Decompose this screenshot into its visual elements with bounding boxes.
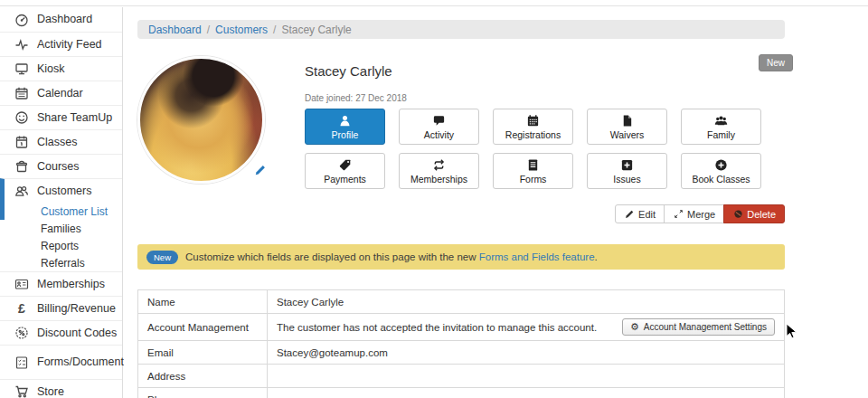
tab-label: Forms xyxy=(520,174,547,185)
sidebar-item-classes[interactable]: Classes xyxy=(0,129,122,154)
sidebar-item-dashboard[interactable]: Dashboard xyxy=(0,7,122,32)
class-calendar-icon xyxy=(14,135,29,149)
document-icon xyxy=(620,114,634,128)
calendar-icon xyxy=(14,86,29,100)
tab-label: Waivers xyxy=(610,129,645,140)
tab-memberships[interactable]: Memberships xyxy=(399,153,479,189)
row-value: The customer has not accepted the invita… xyxy=(268,314,785,341)
calendar-icon xyxy=(526,114,540,128)
account-management-text: The customer has not accepted the invita… xyxy=(277,322,597,333)
tab-activity[interactable]: Activity xyxy=(399,109,479,145)
checklist-icon xyxy=(14,355,29,370)
edit-button[interactable]: Edit xyxy=(615,204,665,223)
edit-photo-pencil-icon[interactable] xyxy=(254,164,267,176)
tab-family[interactable]: Family xyxy=(681,109,761,145)
pound-icon: £ xyxy=(14,301,29,316)
group-icon xyxy=(714,114,728,128)
sidebar-item-share-teamup[interactable]: Share TeamUp xyxy=(0,105,122,129)
sidebar-item-label: Share TeamUp xyxy=(37,111,112,124)
merge-button[interactable]: Merge xyxy=(664,204,724,223)
breadcrumb-separator: / xyxy=(273,24,276,36)
breadcrumb-current: Stacey Carlyle xyxy=(281,24,351,36)
sidebar-item-label: Billing/Revenue xyxy=(37,302,116,315)
sidebar-item-activity-feed[interactable]: Activity Feed xyxy=(0,32,122,56)
breadcrumb-link-dashboard[interactable]: Dashboard xyxy=(148,24,202,36)
sidebar-subitem-reports[interactable]: Reports xyxy=(0,237,122,254)
row-label: Phone xyxy=(138,388,268,398)
sidebar-item-label: Activity Feed xyxy=(37,38,102,51)
sidebar-item-forms-documents[interactable]: Forms/Documents xyxy=(0,345,122,379)
forms-and-fields-link[interactable]: Forms and Fields feature xyxy=(479,251,595,262)
subitem-label: Customer List xyxy=(41,205,108,218)
sidebar-subitem-referrals[interactable]: Referrals xyxy=(0,254,122,271)
tab-forms[interactable]: Forms xyxy=(493,153,573,189)
delete-button[interactable]: Delete xyxy=(723,204,785,223)
sidebar-subitem-families[interactable]: Families xyxy=(0,220,122,237)
repeat-icon xyxy=(432,158,446,172)
top-strip xyxy=(0,0,868,6)
merge-arrows-icon xyxy=(673,209,684,220)
sidebar-subitem-customer-list[interactable]: Customer List xyxy=(0,203,122,220)
sidebar-item-billing-revenue[interactable]: £ Billing/Revenue xyxy=(0,296,122,320)
sidebar-item-label: Customers xyxy=(37,185,91,197)
person-icon xyxy=(338,114,352,128)
tab-label: Memberships xyxy=(410,174,467,185)
sidebar-item-courses[interactable]: Courses xyxy=(0,154,122,178)
delete-button-label: Delete xyxy=(747,209,776,220)
row-label: Email xyxy=(138,341,268,365)
main-content: Dashboard / Customers / Stacey Carlyle S… xyxy=(124,7,868,398)
date-joined: Date joined: 27 Dec 2018 xyxy=(305,93,407,103)
tab-label: Family xyxy=(707,129,735,140)
ban-icon xyxy=(732,209,743,220)
percent-icon xyxy=(14,326,29,340)
table-row-address: Address xyxy=(138,365,785,388)
tab-payments[interactable]: Payments xyxy=(305,153,385,189)
tab-label: Issues xyxy=(613,174,640,185)
sidebar-item-label: Courses xyxy=(37,160,80,173)
banner-text-suffix: . xyxy=(595,251,598,262)
tab-issues[interactable]: Issues xyxy=(587,153,667,189)
breadcrumb-link-customers[interactable]: Customers xyxy=(215,24,268,36)
id-card-icon xyxy=(14,277,29,291)
tab-label: Payments xyxy=(324,174,366,185)
sidebar-item-label: Store xyxy=(37,385,64,398)
new-badge: New xyxy=(146,251,178,264)
settings-button-label: Account Management Settings xyxy=(644,322,767,332)
cart-icon xyxy=(14,384,29,398)
row-value xyxy=(268,365,785,388)
plus-circle-icon xyxy=(714,158,728,172)
breadcrumb-separator: / xyxy=(207,24,210,36)
edit-button-label: Edit xyxy=(638,209,656,220)
tab-label: Activity xyxy=(424,129,454,140)
sidebar-item-kiosk[interactable]: Kiosk xyxy=(0,56,122,81)
new-button[interactable]: New xyxy=(759,54,793,71)
tab-book-classes[interactable]: Book Classes xyxy=(681,153,761,189)
profile-photo xyxy=(137,56,265,184)
sidebar-item-memberships[interactable]: Memberships xyxy=(0,271,122,296)
banner-text: Customize which fields are displayed on … xyxy=(185,251,598,262)
breadcrumb: Dashboard / Customers / Stacey Carlyle xyxy=(137,20,785,39)
sidebar-item-customers[interactable]: Customers xyxy=(0,178,122,203)
customer-details-table: Name Stacey Carlyle Account Management T… xyxy=(137,289,785,398)
monitor-icon xyxy=(14,62,29,76)
row-value xyxy=(268,388,785,398)
sidebar-item-label: Discount Codes xyxy=(37,327,117,339)
sidebar-item-store[interactable]: Store xyxy=(0,379,122,398)
profile-tabs: Profile Activity Registrations Waivers xyxy=(305,109,761,189)
banner-text-before: Customize which fields are displayed on … xyxy=(185,251,479,262)
new-feature-banner: New Customize which fields are displayed… xyxy=(137,244,785,270)
people-icon xyxy=(14,184,29,198)
sidebar-item-discount-codes[interactable]: Discount Codes xyxy=(0,320,122,345)
tab-label: Profile xyxy=(332,129,359,140)
sidebar-item-calendar[interactable]: Calendar xyxy=(0,81,122,105)
tab-waivers[interactable]: Waivers xyxy=(587,109,667,145)
sidebar-item-label: Memberships xyxy=(37,278,105,290)
profile-photo-wrap xyxy=(137,56,265,184)
action-button-group: Edit Merge Delete xyxy=(615,204,785,223)
account-management-settings-button[interactable]: ⚙ Account Management Settings xyxy=(622,318,775,336)
tab-profile[interactable]: Profile xyxy=(305,109,385,145)
tab-registrations[interactable]: Registrations xyxy=(493,109,573,145)
sidebar-item-label: Classes xyxy=(37,136,77,148)
merge-button-label: Merge xyxy=(687,209,715,220)
row-label: Account Management xyxy=(138,314,268,341)
